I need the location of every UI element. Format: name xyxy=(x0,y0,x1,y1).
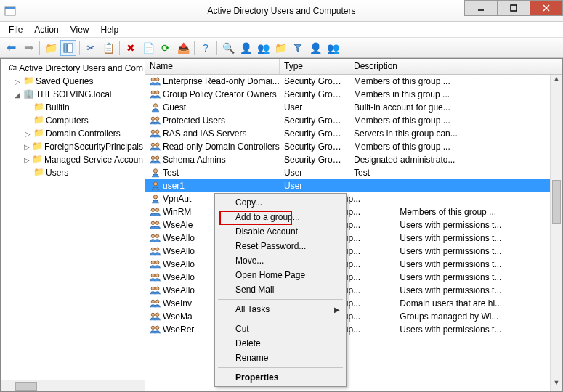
menu-file[interactable]: File xyxy=(3,23,28,36)
list-row[interactable]: Enterprise Read-only Domai...Security Gr… xyxy=(145,75,562,88)
context-menu-item[interactable]: Add to a group... xyxy=(216,210,344,224)
list-row[interactable]: user1User xyxy=(145,179,562,192)
svg-point-32 xyxy=(151,261,154,264)
list-row[interactable]: WseMaroup...Groups managed by Wi... xyxy=(145,310,562,323)
tree-root[interactable]: 🗂 Active Directory Users and Com xyxy=(2,62,143,75)
menu-action[interactable]: Action xyxy=(28,23,64,36)
help-button[interactable]: ? xyxy=(198,40,214,56)
list-row[interactable]: GuestUserBuilt-in account for gue... xyxy=(145,101,562,114)
context-menu: Copy...Add to a group...Disable AccountR… xyxy=(214,193,347,387)
properties-button[interactable]: 📄 xyxy=(140,40,156,56)
find-button[interactable]: 🔍 xyxy=(220,40,236,56)
list-row[interactable]: RAS and IAS ServersSecurity Group...Serv… xyxy=(145,127,562,140)
row-description: Designated administrato... xyxy=(349,155,532,165)
svg-rect-6 xyxy=(64,44,67,52)
context-menu-item[interactable]: Cut xyxy=(216,322,344,336)
group-icon xyxy=(150,75,161,87)
list-row[interactable]: VpnAutroup... xyxy=(145,192,562,205)
row-description: Members of this group ... xyxy=(349,115,532,126)
row-name: WseMa xyxy=(163,311,193,322)
up-button[interactable]: 📁 xyxy=(43,40,59,56)
nav-back-button[interactable]: ⬅ xyxy=(3,40,19,56)
copy-button[interactable]: 📋 xyxy=(100,40,116,56)
list-row[interactable]: WinRMroup...Members of this group ... xyxy=(145,205,562,219)
list-row[interactable]: Schema AdminsSecurity Group...Designated… xyxy=(145,153,562,166)
list-row[interactable]: WseAlloroup...Users with permissions t..… xyxy=(145,284,562,297)
list-row[interactable]: Read-only Domain ControllersSecurity Gro… xyxy=(145,140,562,153)
row-name: WinRM xyxy=(163,207,191,217)
tree-saved-queries[interactable]: ▷ 📁 Saved Queries xyxy=(12,75,143,88)
context-menu-item[interactable]: Move... xyxy=(216,253,344,268)
group-icon xyxy=(150,324,161,335)
cut-button[interactable]: ✂ xyxy=(83,40,99,56)
show-hide-tree-button[interactable] xyxy=(60,40,76,56)
tree-builtin[interactable]: 📁Builtin xyxy=(23,101,143,114)
context-menu-item[interactable]: Copy... xyxy=(216,195,344,210)
context-menu-item[interactable]: Open Home Page xyxy=(216,268,344,282)
list-row[interactable]: Protected UsersSecurity Group...Members … xyxy=(145,114,562,127)
list-row[interactable]: WseRerroup...Users with permissions t... xyxy=(145,323,562,336)
refresh-button[interactable]: ⟳ xyxy=(158,40,174,56)
svg-point-42 xyxy=(151,326,154,329)
minimize-button[interactable] xyxy=(464,0,498,16)
maximize-button[interactable] xyxy=(497,0,530,16)
list-row[interactable]: WseAlloroup...Users with permissions t..… xyxy=(145,245,562,258)
context-menu-item[interactable]: Delete xyxy=(216,336,344,351)
vertical-scrollbar[interactable]: ▲ ▼ xyxy=(550,75,562,391)
row-description: Members of this group ... xyxy=(395,207,562,217)
tree-domain[interactable]: ◢ 🏢 THESOLVING.local xyxy=(12,88,143,101)
list-row[interactable]: TestUserTest xyxy=(145,166,562,179)
column-type[interactable]: Type xyxy=(280,59,349,74)
list-row[interactable]: Group Policy Creator OwnersSecurity Grou… xyxy=(145,88,562,101)
tree-domain-controllers[interactable]: ▷📁Domain Controllers xyxy=(23,127,143,140)
list-row[interactable]: WseAlloroup...Users with permissions t..… xyxy=(145,271,562,284)
list-row[interactable]: WseInvroup...Domain users that are hi... xyxy=(145,297,562,310)
group-icon xyxy=(150,128,161,139)
group-icon xyxy=(150,232,161,244)
new-ou-button[interactable]: 📁 xyxy=(272,40,288,56)
tree-item-label: Managed Service Accoun xyxy=(44,155,143,165)
column-name[interactable]: Name xyxy=(145,59,280,74)
svg-point-25 xyxy=(155,208,158,211)
new-group-button[interactable]: 👥 xyxy=(255,40,271,56)
context-menu-item[interactable]: All Tasks▶ xyxy=(216,302,344,317)
row-description: Servers in this group can... xyxy=(349,128,532,139)
menu-bar: File Action View Help xyxy=(0,22,563,38)
group-icon xyxy=(150,271,161,283)
svg-point-19 xyxy=(151,156,154,159)
group-icon xyxy=(150,245,161,257)
svg-point-26 xyxy=(151,221,154,224)
row-description: Members in this group ... xyxy=(349,89,532,99)
toolbar-separator xyxy=(216,41,217,55)
column-description[interactable]: Description xyxy=(349,59,532,74)
context-menu-item[interactable]: Rename xyxy=(216,351,344,365)
context-menu-item[interactable]: Disable Account xyxy=(216,224,344,239)
misc-button[interactable]: 👥 xyxy=(325,40,341,56)
horizontal-scrollbar[interactable] xyxy=(1,380,145,391)
add-to-group-button[interactable]: 👤 xyxy=(307,40,323,56)
new-user-button[interactable]: 👤 xyxy=(238,40,254,56)
row-type: Security Group... xyxy=(280,76,349,86)
context-menu-item[interactable]: Reset Password... xyxy=(216,239,344,253)
close-button[interactable] xyxy=(530,0,563,16)
svg-point-35 xyxy=(155,274,158,277)
tree-pane[interactable]: 🗂 Active Directory Users and Com ▷ 📁 Sav… xyxy=(0,59,145,392)
menu-view[interactable]: View xyxy=(65,23,95,36)
export-list-button[interactable]: 📤 xyxy=(175,40,191,56)
tree-foreign-security[interactable]: ▷📁ForeignSecurityPrincipals xyxy=(23,140,143,153)
context-menu-item[interactable]: Send Mail xyxy=(216,282,344,297)
tree-managed-service[interactable]: ▷📁Managed Service Accoun xyxy=(23,153,143,166)
tree-users[interactable]: 📁Users xyxy=(23,166,143,179)
filter-button[interactable] xyxy=(290,40,306,56)
svg-point-12 xyxy=(153,104,157,107)
list-row[interactable]: WseAleroup...Users with permissions t... xyxy=(145,219,562,232)
list-row[interactable]: WseAlloroup...Users with permissions t..… xyxy=(145,258,562,271)
nav-forward-button[interactable]: ➡ xyxy=(20,40,36,56)
menu-help[interactable]: Help xyxy=(95,23,125,36)
tree-computers[interactable]: 📁Computers xyxy=(23,114,143,127)
context-menu-item[interactable]: Properties xyxy=(216,370,344,385)
svg-point-39 xyxy=(155,300,158,303)
list-row[interactable]: WseAlloroup...Users with permissions t..… xyxy=(145,232,562,245)
delete-button[interactable]: ✖ xyxy=(123,40,139,56)
svg-point-41 xyxy=(155,313,158,316)
